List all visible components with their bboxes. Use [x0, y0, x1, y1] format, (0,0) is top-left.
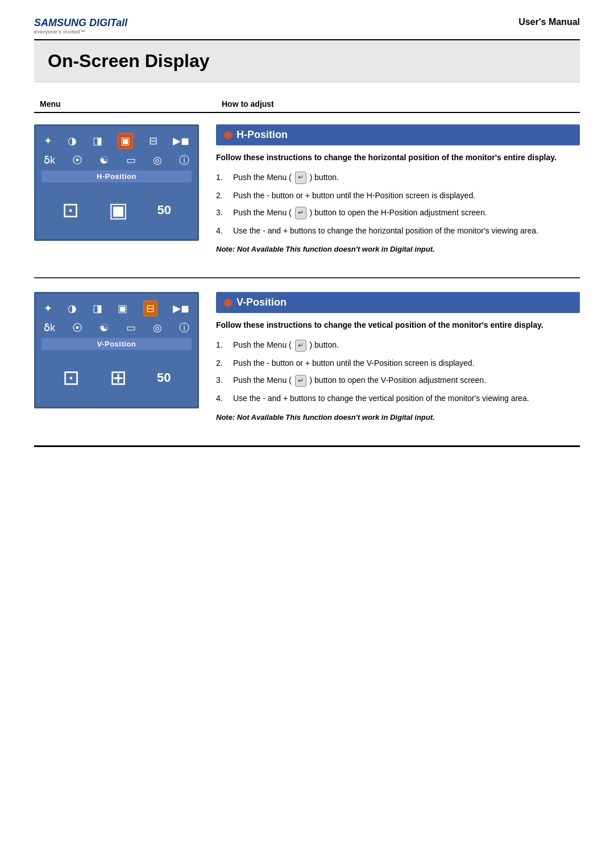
column-headers: Menu How to adjust — [34, 99, 580, 108]
menu-btn-icon: ↵ — [295, 172, 306, 183]
osd-icon-arrow: ▶◼ — [173, 135, 189, 147]
osd-icon-contrast-v: ◑ — [68, 302, 77, 315]
osd-panel-h: ✦ ◑ ◨ ▣ ⊟ ▶◼ ẟk ⦿ ☯ ▭ ◎ ⓘ H-Position ⊡ ▣ — [34, 124, 199, 241]
osd-icons-row2-v: ẟk ⦿ ☯ ▭ ◎ ⓘ — [42, 320, 192, 336]
osd-icon-left-v: ⊡ — [63, 366, 80, 390]
samsung-logo: SAMSUNG DIGITall — [34, 17, 127, 29]
h-position-subtitle: Follow these instructions to change the … — [216, 152, 580, 164]
col-how-header: How to adjust — [222, 99, 574, 108]
osd-icon-copy: ⊟ — [149, 135, 157, 147]
logo-area: SAMSUNG DIGITall everyone's invited™ — [34, 17, 127, 35]
osd-icon-hpos-highlighted: ▣ — [118, 133, 133, 149]
osd-icon-magic: ◨ — [93, 135, 102, 147]
page-title-area: On-Screen Display — [34, 40, 580, 82]
v-step-4: 4. Use the - and + buttons to change the… — [216, 393, 580, 404]
h-step-2: 2. Push the - button or + button until t… — [216, 190, 580, 201]
h-step-4: 4. Use the - and + buttons to change the… — [216, 225, 580, 236]
col-menu-header: Menu — [40, 99, 222, 108]
osd-icons-row2: ẟk ⦿ ☯ ▭ ◎ ⓘ — [42, 152, 192, 168]
menu-btn-icon-v1: ↵ — [295, 340, 306, 352]
osd-icon-clock: ◎ — [153, 154, 162, 166]
osd-panel-v: ✦ ◑ ◨ ▣ ⊟ ▶◼ ẟk ⦿ ☯ ▭ ◎ ⓘ V-Position ⊡ ⊞ — [34, 292, 199, 408]
osd-icon-size: ẟk — [44, 154, 55, 166]
osd-icon-box-v: ▭ — [126, 322, 136, 334]
osd-icon-heart-v: ☯ — [99, 322, 109, 334]
v-position-title: V-Position — [237, 297, 287, 308]
h-position-note: Note: Not Available This function doesn'… — [216, 244, 580, 254]
osd-icon-left-h: ⊡ — [62, 198, 79, 222]
osd-value-h: 50 — [157, 203, 171, 218]
v-position-title-bar: V-Position — [216, 292, 580, 313]
h-position-title: H-Position — [237, 129, 288, 141]
osd-icon-info-v: ⓘ — [179, 321, 189, 335]
osd-value-v: 50 — [157, 370, 171, 385]
osd-icon-magic-v: ◨ — [93, 302, 102, 315]
osd-icon-contrast: ◑ — [68, 135, 77, 147]
logo-tagline: everyone's invited™ — [34, 29, 127, 35]
osd-icons-row1: ✦ ◑ ◨ ▣ ⊟ ▶◼ — [42, 132, 192, 150]
v-position-section: ✦ ◑ ◨ ▣ ⊟ ▶◼ ẟk ⦿ ☯ ▭ ◎ ⓘ V-Position ⊡ ⊞ — [34, 292, 580, 422]
v-position-content: V-Position Follow these instructions to … — [216, 292, 580, 422]
osd-icon-hpos-v: ▣ — [118, 302, 127, 315]
v-step-1: 1. Push the Menu ( ↵ ) button. — [216, 339, 580, 352]
menu-btn-icon-2: ↵ — [295, 207, 306, 219]
section-divider — [34, 277, 580, 278]
osd-label-v: V-Position — [42, 338, 192, 350]
v-position-steps: 1. Push the Menu ( ↵ ) button. 2. Push t… — [216, 339, 580, 404]
menu-btn-icon-v2: ↵ — [295, 375, 306, 387]
manual-label: User's Manual — [518, 17, 580, 27]
osd-icon-right-v: ⊞ — [110, 366, 127, 390]
h-step-3: 3. Push the Menu ( ↵ ) button to open th… — [216, 207, 580, 219]
osd-content-h: ⊡ ▣ 50 — [42, 187, 192, 233]
column-divider — [34, 112, 580, 113]
h-step-1: 1. Push the Menu ( ↵ ) button. — [216, 172, 580, 184]
osd-icon-brightness-v: ✦ — [44, 302, 52, 315]
osd-content-v: ⊡ ⊞ 50 — [42, 354, 192, 401]
v-position-subtitle: Follow these instructions to change the … — [216, 320, 580, 331]
osd-icon-clock-v: ◎ — [153, 322, 162, 334]
h-position-title-bar: H-Position — [216, 124, 580, 145]
osd-icon-bars: ⦿ — [72, 155, 82, 166]
osd-icons-row1-v: ✦ ◑ ◨ ▣ ⊟ ▶◼ — [42, 299, 192, 318]
h-position-dot — [224, 131, 232, 139]
osd-icon-size-v: ẟk — [44, 322, 55, 334]
h-position-section: ✦ ◑ ◨ ▣ ⊟ ▶◼ ẟk ⦿ ☯ ▭ ◎ ⓘ H-Position ⊡ ▣ — [34, 124, 580, 254]
osd-label-h: H-Position — [42, 170, 192, 182]
osd-icon-vpos-highlighted: ⊟ — [143, 301, 157, 316]
osd-icon-bars-v: ⦿ — [72, 322, 82, 334]
v-step-2: 2. Push the - button or + button until t… — [216, 357, 580, 369]
h-position-content: H-Position Follow these instructions to … — [216, 124, 580, 254]
h-position-steps: 1. Push the Menu ( ↵ ) button. 2. Push t… — [216, 172, 580, 237]
page-header: SAMSUNG DIGITall everyone's invited™ Use… — [34, 17, 580, 35]
osd-icon-right-h: ▣ — [109, 198, 128, 222]
bottom-divider — [34, 445, 580, 447]
osd-icon-arrow-v: ▶◼ — [173, 302, 189, 315]
page-title: On-Screen Display — [48, 51, 566, 72]
osd-icon-box: ▭ — [126, 154, 136, 166]
osd-icon-heart: ☯ — [99, 154, 109, 166]
v-step-3: 3. Push the Menu ( ↵ ) button to open th… — [216, 374, 580, 387]
osd-icon-info: ⓘ — [179, 153, 189, 167]
v-position-dot — [224, 299, 232, 307]
osd-icon-brightness: ✦ — [44, 135, 52, 147]
v-position-note: Note: Not Available This function doesn'… — [216, 412, 580, 423]
